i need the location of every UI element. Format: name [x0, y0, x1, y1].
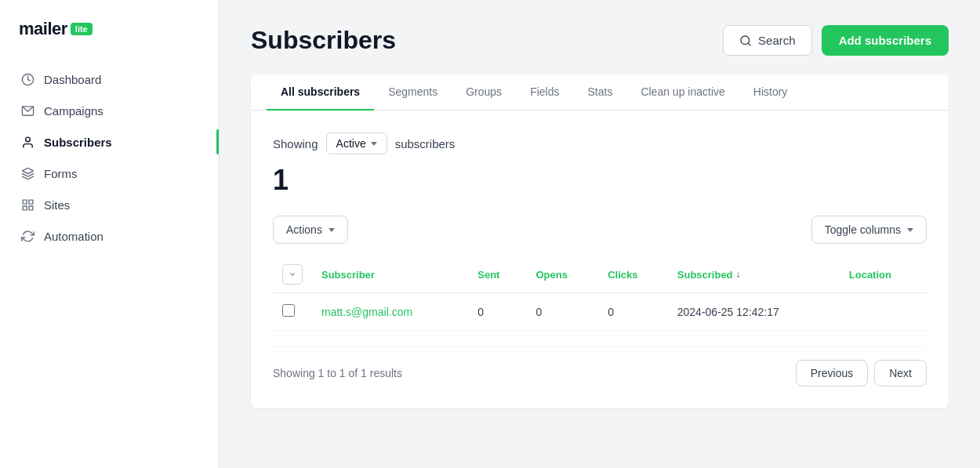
sidebar-item-label: Automation: [44, 230, 103, 243]
showing-prefix: Showing: [273, 137, 318, 151]
actions-button[interactable]: Actions: [273, 216, 348, 244]
tabs-nav: All subscribers Segments Groups Fields S…: [251, 74, 949, 111]
pagination-buttons: Previous Next: [796, 360, 927, 386]
grid-icon: [20, 198, 34, 212]
add-subscribers-button[interactable]: Add subscribers: [822, 25, 949, 56]
toggle-columns-button[interactable]: Toggle columns: [811, 216, 927, 244]
clicks-cell: 0: [598, 293, 668, 331]
showing-suffix: subscribers: [395, 137, 456, 151]
chevron-down-icon: [907, 228, 913, 232]
svg-rect-4: [23, 200, 27, 204]
th-opens: Opens: [526, 256, 598, 293]
chevron-down-icon: [371, 142, 377, 146]
chevron-down-icon: [328, 228, 335, 232]
row-checkbox[interactable]: [282, 304, 295, 317]
subscriber-email-link[interactable]: matt.s@gmail.com: [321, 306, 412, 318]
layers-icon: [20, 166, 34, 180]
tab-history[interactable]: History: [739, 74, 802, 111]
column-selector-button[interactable]: [282, 264, 303, 285]
previous-button[interactable]: Previous: [796, 360, 868, 386]
sent-cell: 0: [468, 293, 526, 331]
page-header: Subscribers Search Add subscribers: [251, 25, 949, 56]
sidebar-item-campaigns[interactable]: Campaigns: [9, 96, 209, 125]
subscribed-cell: 2024-06-25 12:42:17: [668, 293, 840, 331]
sidebar: mailerlite Dashboard Campaigns Subscribe…: [0, 0, 220, 468]
svg-point-2: [25, 137, 30, 142]
sidebar-nav: Dashboard Campaigns Subscribers Forms: [0, 64, 219, 251]
clock-icon: [20, 72, 34, 86]
next-button[interactable]: Next: [874, 360, 927, 386]
sidebar-item-label: Campaigns: [44, 104, 103, 118]
toggle-cols-label: Toggle columns: [825, 223, 901, 236]
pagination: Showing 1 to 1 of 1 results Previous Nex…: [273, 346, 927, 386]
th-select-all: [273, 256, 312, 293]
th-subscriber: Subscriber: [312, 256, 468, 293]
th-clicks: Clicks: [598, 256, 668, 293]
sidebar-item-automation[interactable]: Automation: [9, 221, 209, 251]
subscriber-count: 1: [273, 164, 927, 197]
th-location: Location: [840, 256, 927, 293]
page-title: Subscribers: [251, 26, 396, 55]
refresh-icon: [20, 229, 34, 243]
search-icon: [739, 34, 752, 47]
status-dropdown[interactable]: Active: [326, 132, 387, 154]
sidebar-item-label: Sites: [44, 198, 70, 212]
tab-fields[interactable]: Fields: [516, 74, 573, 111]
svg-rect-6: [23, 205, 27, 209]
sidebar-item-sites[interactable]: Sites: [9, 190, 209, 219]
tab-all-subscribers[interactable]: All subscribers: [267, 74, 374, 111]
main-content: Subscribers Search Add subscribers All s…: [220, 0, 980, 468]
sidebar-item-subscribers[interactable]: Subscribers: [9, 127, 209, 157]
add-subscribers-label: Add subscribers: [839, 34, 931, 47]
search-button[interactable]: Search: [723, 25, 812, 56]
sidebar-item-label: Forms: [44, 167, 78, 180]
sidebar-item-dashboard[interactable]: Dashboard: [9, 64, 209, 94]
tab-stats[interactable]: Stats: [573, 74, 626, 111]
tab-segments[interactable]: Segments: [374, 74, 452, 111]
sidebar-item-label: Dashboard: [44, 73, 101, 86]
pagination-info: Showing 1 to 1 of 1 results: [273, 367, 402, 379]
subscribers-table: Subscriber Sent Opens Clicks: [273, 256, 927, 331]
row-checkbox-cell: [273, 293, 312, 331]
search-button-label: Search: [758, 34, 796, 47]
sidebar-item-label: Subscribers: [44, 136, 112, 149]
svg-marker-3: [22, 168, 33, 173]
subscriber-email-cell: matt.s@gmail.com: [312, 293, 468, 331]
table-row: matt.s@gmail.com 0 0 0 2024-06-25 12:42:…: [273, 293, 927, 331]
tabs-container: All subscribers Segments Groups Fields S…: [251, 74, 949, 408]
th-subscribed[interactable]: Subscribed ↓: [668, 256, 840, 293]
sidebar-item-forms[interactable]: Forms: [9, 158, 209, 188]
logo: mailerlite: [0, 19, 219, 64]
logo-badge: lite: [71, 23, 93, 35]
tab-groups[interactable]: Groups: [452, 74, 516, 111]
tab-cleanup[interactable]: Clean up inactive: [626, 74, 739, 111]
user-icon: [20, 135, 34, 149]
actions-label: Actions: [286, 223, 322, 236]
showing-row: Showing Active subscribers: [273, 132, 927, 154]
logo-text: mailer: [19, 19, 67, 39]
status-value: Active: [336, 137, 366, 150]
table-toolbar: Actions Toggle columns: [273, 216, 927, 244]
subscribers-content: Showing Active subscribers 1 Actions Tog…: [251, 111, 949, 408]
th-sent: Sent: [468, 256, 526, 293]
opens-cell: 0: [526, 293, 598, 331]
svg-line-9: [748, 43, 750, 45]
mail-icon: [20, 103, 34, 118]
chevron-down-icon: [289, 270, 296, 278]
header-actions: Search Add subscribers: [723, 25, 949, 56]
svg-rect-5: [28, 200, 32, 204]
location-cell: [840, 293, 927, 331]
svg-rect-7: [28, 205, 32, 209]
sort-arrow-icon: ↓: [736, 269, 741, 280]
